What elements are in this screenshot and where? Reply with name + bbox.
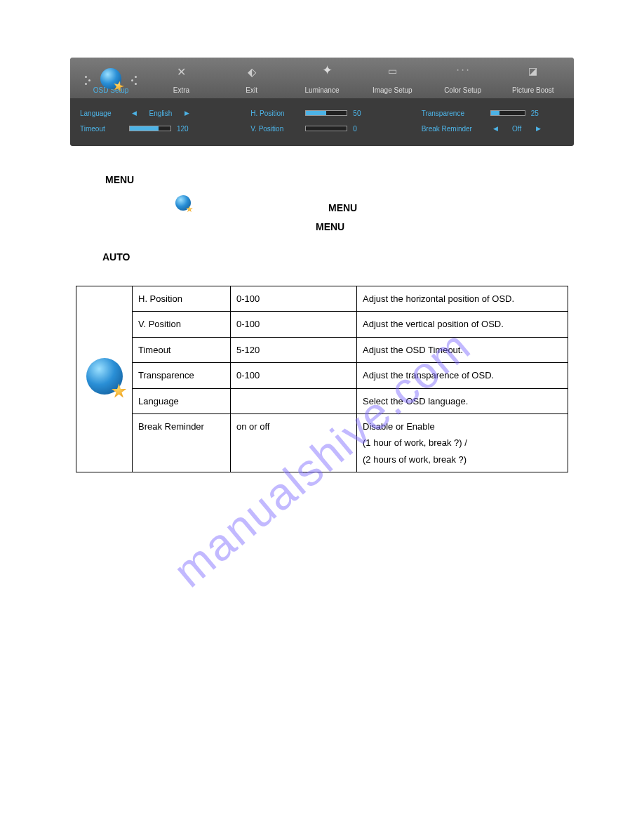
- tab-label: Color Setup: [444, 86, 481, 94]
- menu-text: MENU: [105, 174, 134, 185]
- setting-range: 0-100: [231, 286, 357, 312]
- tab-osd-setup[interactable]: OSD Setup: [76, 65, 146, 98]
- tab-label: Image Setup: [373, 86, 412, 94]
- tab-exit[interactable]: ⬖ Exit: [217, 65, 287, 98]
- setting-desc: Adjust the vertical position of OSD.: [357, 312, 568, 337]
- timeout-slider[interactable]: [129, 126, 171, 131]
- tab-luminance[interactable]: Luminance: [287, 65, 357, 98]
- setting-desc: Select the OSD language.: [357, 388, 568, 413]
- setting-range: 5-120: [231, 337, 357, 362]
- globe-gear-icon: [175, 195, 191, 211]
- exit-icon: ⬖: [248, 66, 256, 78]
- auto-text: AUTO: [102, 251, 130, 263]
- osd-col-mid: H. Position 50 V. Position 0: [250, 105, 393, 136]
- setting-desc: Adjust the horizontal position of OSD.: [357, 286, 568, 312]
- globe-gear-icon: [86, 358, 123, 395]
- break-reminder-row[interactable]: Break Reminder ◀ Off ▶: [422, 121, 564, 136]
- vposition-label: V. Position: [250, 125, 300, 133]
- hposition-row[interactable]: H. Position 50: [250, 105, 393, 121]
- transparence-slider[interactable]: [490, 110, 525, 116]
- transparence-value: 25: [531, 110, 551, 117]
- menu-text: MENU: [316, 221, 344, 232]
- timeout-label: Timeout: [80, 125, 123, 133]
- osd-col-right: Transparence 25 Break Reminder ◀ Off ▶: [422, 105, 564, 136]
- right-arrow-icon[interactable]: ▶: [182, 110, 192, 117]
- setting-name: H. Position: [133, 286, 231, 312]
- right-arrow-icon[interactable]: ▶: [533, 125, 544, 132]
- setting-range: 0-100: [231, 312, 357, 337]
- hposition-slider[interactable]: [305, 110, 347, 116]
- setting-desc: Adjust the transparence of OSD.: [357, 363, 568, 388]
- language-row[interactable]: Language ◀ English ▶: [80, 105, 222, 121]
- osd-settings-table: H. Position 0-100 Adjust the horizontal …: [76, 286, 568, 472]
- table-icon-cell: [76, 286, 133, 472]
- setting-name: Break Reminder: [133, 413, 231, 472]
- timeout-row[interactable]: Timeout 120: [80, 121, 222, 136]
- setting-range: 0-100: [231, 363, 357, 388]
- language-label: Language: [80, 110, 123, 117]
- tab-picture-boost[interactable]: ◪ Picture Boost: [498, 65, 568, 98]
- menu-text: MENU: [328, 202, 357, 213]
- transparence-row[interactable]: Transparence 25: [422, 105, 564, 121]
- picture-boost-icon: ◪: [528, 65, 537, 77]
- break-reminder-value: Off: [507, 125, 528, 133]
- osd-col-left: Language ◀ English ▶ Timeout 120: [80, 105, 222, 136]
- tab-image-setup[interactable]: ▭ Image Setup: [357, 65, 427, 98]
- setting-range: [231, 388, 357, 413]
- break-reminder-label: Break Reminder: [422, 125, 485, 133]
- setting-desc: Disable or Enable (1 hour of work, break…: [357, 413, 568, 472]
- image-setup-icon: ▭: [388, 65, 397, 77]
- setting-desc: Adjust the OSD Timeout.: [357, 337, 568, 362]
- osd-tab-bar: OSD Setup ✕ Extra ⬖ Exit Luminance ▭ Ima…: [70, 58, 574, 98]
- timeout-value: 120: [177, 125, 196, 133]
- tab-label: Extra: [173, 86, 189, 94]
- setting-name: V. Position: [133, 312, 231, 337]
- setting-name: Timeout: [133, 337, 231, 362]
- setting-name: Transparence: [133, 363, 231, 388]
- osd-body: Language ◀ English ▶ Timeout 120 H. Posi…: [70, 98, 574, 146]
- vposition-value: 0: [353, 125, 373, 133]
- vposition-slider[interactable]: [305, 126, 347, 131]
- left-arrow-icon[interactable]: ◀: [490, 125, 501, 132]
- color-setup-icon: ⬝⬝⬝: [455, 65, 470, 75]
- tab-extra[interactable]: ✕ Extra: [146, 65, 216, 98]
- hposition-label: H. Position: [250, 110, 300, 117]
- language-value: English: [145, 110, 176, 117]
- tab-label: Luminance: [305, 86, 340, 94]
- osd-panel: OSD Setup ✕ Extra ⬖ Exit Luminance ▭ Ima…: [70, 58, 574, 146]
- left-arrow-icon[interactable]: ◀: [129, 110, 140, 117]
- transparence-label: Transparence: [422, 110, 485, 117]
- tab-label: Picture Boost: [512, 86, 554, 94]
- vposition-row[interactable]: V. Position 0: [250, 121, 393, 136]
- extra-icon: ✕: [177, 66, 186, 78]
- tab-label: Exit: [246, 86, 257, 94]
- hposition-value: 50: [353, 110, 373, 117]
- setting-range: on or off: [231, 413, 357, 472]
- tab-color-setup[interactable]: ⬝⬝⬝ Color Setup: [427, 65, 497, 98]
- globe-gear-icon: [100, 68, 121, 89]
- setting-name: Language: [133, 388, 231, 413]
